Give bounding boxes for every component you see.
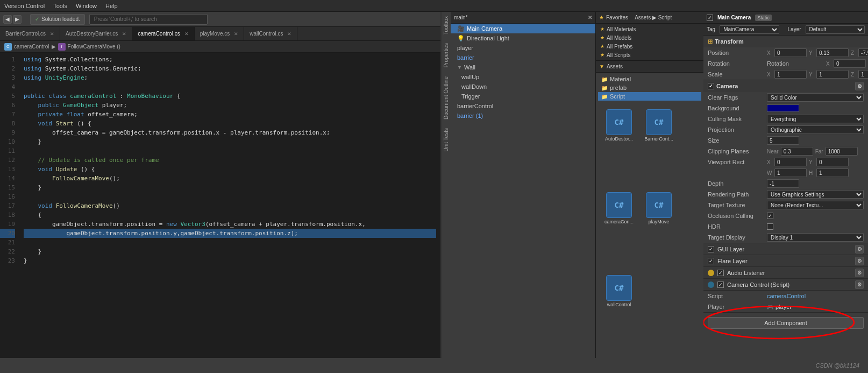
tab-autodestory[interactable]: AutoDestoryBarrier.cs ✕ bbox=[60, 27, 132, 41]
asset-folder-script[interactable]: 📁 Script bbox=[598, 92, 701, 101]
camera-header[interactable]: Camera ⚙ bbox=[703, 80, 868, 92]
tab-barriercontrol[interactable]: BarrierControl.cs ✕ bbox=[0, 27, 60, 41]
menu-version-control[interactable]: Version Control bbox=[4, 3, 45, 9]
occlusion-culling-checkbox[interactable] bbox=[767, 213, 773, 219]
gui-layer-header[interactable]: GUI Layer ⚙ bbox=[703, 243, 868, 255]
asset-wallcontrol[interactable]: C# wallControl bbox=[600, 273, 638, 354]
tab-wallcontrol[interactable]: wallControl.cs ✕ bbox=[244, 27, 297, 41]
layer-select[interactable]: Default bbox=[806, 25, 865, 34]
scale-z-input[interactable] bbox=[858, 70, 868, 79]
audio-listener-settings[interactable]: ⚙ bbox=[855, 269, 864, 277]
vp-x-input[interactable] bbox=[774, 158, 807, 166]
asset-folder-material[interactable]: 📁 Material bbox=[598, 75, 701, 83]
hdr-row: HDR bbox=[703, 221, 868, 232]
pos-x-input[interactable] bbox=[774, 48, 807, 57]
hdr-value bbox=[767, 223, 864, 230]
unit-tests-tab[interactable]: Unit Tests bbox=[443, 124, 449, 156]
flare-layer-checkbox[interactable] bbox=[708, 258, 714, 264]
flare-layer-settings[interactable]: ⚙ bbox=[855, 257, 864, 265]
size-input[interactable] bbox=[767, 136, 799, 145]
near-input[interactable] bbox=[781, 147, 813, 156]
tab-cameracontrol[interactable]: cameraControl.cs ✕ bbox=[132, 27, 194, 41]
menu-tools[interactable]: Tools bbox=[53, 3, 67, 9]
culling-mask-row: Culling Mask Everything bbox=[703, 114, 868, 124]
camera-enabled-checkbox[interactable] bbox=[708, 83, 714, 89]
hierarchy-item-directionallight[interactable]: 💡 Directional Light bbox=[451, 33, 595, 43]
hierarchy-item-barrier1[interactable]: barrier (1) bbox=[451, 111, 595, 121]
asset-barriercont[interactable]: C# BarrierCont... bbox=[640, 107, 678, 188]
target-texture-select[interactable]: None (Render Textu... bbox=[767, 201, 864, 209]
nav-back[interactable]: ◀ bbox=[3, 15, 12, 24]
hierarchy-item-trigger[interactable]: Trigger bbox=[451, 92, 595, 101]
target-display-select[interactable]: Display 1 bbox=[767, 233, 864, 242]
tab-close-wallcontrol[interactable]: ✕ bbox=[287, 31, 291, 37]
hierarchy-item-wallup[interactable]: wallUp bbox=[451, 72, 595, 82]
checkbox-active[interactable] bbox=[707, 15, 713, 21]
hierarchy-item-barriercontrol[interactable]: barrierControl bbox=[451, 101, 595, 111]
asset-playmove[interactable]: C# playMove bbox=[640, 190, 678, 271]
vp-h-input[interactable] bbox=[816, 168, 849, 177]
camera-control-header[interactable]: Camera Control (Script) ⚙ bbox=[703, 279, 868, 291]
flare-layer-header[interactable]: Flare Layer ⚙ bbox=[703, 255, 868, 267]
tab-close-cameracontrol[interactable]: ✕ bbox=[184, 31, 189, 37]
culling-mask-value: Everything bbox=[767, 115, 864, 123]
add-component-button[interactable]: Add Component bbox=[708, 317, 864, 329]
depth-input[interactable] bbox=[767, 179, 799, 188]
hierarchy-close[interactable]: ✕ bbox=[588, 15, 592, 20]
scale-y-input[interactable] bbox=[816, 70, 849, 79]
hdr-checkbox[interactable] bbox=[767, 223, 773, 230]
tab-playmove[interactable]: playMove.cs ✕ bbox=[195, 27, 245, 41]
toolbox-tab[interactable]: Toolbox bbox=[443, 12, 449, 39]
hierarchy-item-player[interactable]: player bbox=[451, 43, 595, 53]
gui-layer-settings[interactable]: ⚙ bbox=[855, 245, 864, 254]
nav-forward[interactable]: ▶ bbox=[13, 15, 22, 24]
camera-control-settings[interactable]: ⚙ bbox=[855, 280, 864, 289]
code-content[interactable]: using System.Collections; using System.C… bbox=[19, 53, 440, 358]
pos-y-input[interactable] bbox=[816, 48, 849, 57]
vp-y-input[interactable] bbox=[816, 158, 849, 166]
clear-flags-select[interactable]: Solid Color bbox=[767, 93, 864, 102]
pos-z-input[interactable] bbox=[858, 48, 868, 57]
scale-x-input[interactable] bbox=[774, 70, 807, 79]
asset-folder-prefab[interactable]: 📁 prefab bbox=[598, 83, 701, 92]
menu-help[interactable]: Help bbox=[105, 3, 118, 9]
menu-window[interactable]: Window bbox=[76, 3, 97, 9]
hierarchy-item-walldown[interactable]: wallDown bbox=[451, 82, 595, 92]
search-input[interactable] bbox=[89, 14, 208, 25]
audio-listener-header[interactable]: Audio Listener ⚙ bbox=[703, 267, 868, 279]
far-input[interactable] bbox=[826, 147, 858, 156]
asset-cameracontrol[interactable]: C# cameraCon... bbox=[600, 190, 638, 271]
target-texture-row: Target Texture None (Render Textu... bbox=[703, 200, 868, 210]
tab-close-playmove[interactable]: ✕ bbox=[234, 31, 238, 37]
transform-header[interactable]: ⊞ Transform bbox=[703, 36, 868, 47]
asset-autodestory[interactable]: C# AutoDestor... bbox=[600, 107, 638, 188]
properties-tab[interactable]: Properties bbox=[443, 39, 449, 72]
projection-select[interactable]: Orthographic bbox=[767, 125, 864, 134]
doc-outline-tab[interactable]: Document Outline bbox=[443, 72, 449, 124]
inspector-panel: Main Camera Static Tag MainCamera Layer … bbox=[703, 12, 868, 358]
rendering-path-select[interactable]: Use Graphics Settings bbox=[767, 190, 864, 199]
fav-all-prefabs[interactable]: ★ All Prefabs bbox=[598, 42, 701, 51]
rendering-path-row: Rendering Path Use Graphics Settings bbox=[703, 189, 868, 200]
y-label: Y bbox=[809, 50, 814, 56]
rot-x-input[interactable] bbox=[834, 59, 866, 68]
background-color-picker[interactable] bbox=[767, 104, 799, 112]
camera-settings-btn[interactable]: ⚙ bbox=[855, 82, 864, 90]
tab-close-autodestory[interactable]: ✕ bbox=[122, 31, 126, 37]
culling-mask-select[interactable]: Everything bbox=[767, 115, 864, 123]
hierarchy-item-wall[interactable]: ▼ Wall bbox=[451, 62, 595, 72]
audio-listener-checkbox[interactable] bbox=[717, 270, 724, 276]
gui-layer-checkbox[interactable] bbox=[708, 246, 714, 252]
hierarchy-item-barrier[interactable]: barrier bbox=[451, 53, 595, 62]
camera-control-checkbox[interactable] bbox=[717, 281, 724, 288]
hierarchy-item-maincamera[interactable]: 🎥 Main Camera bbox=[451, 24, 595, 33]
fav-all-models[interactable]: ★ All Models bbox=[598, 33, 701, 42]
tag-select[interactable]: MainCamera bbox=[720, 25, 779, 34]
fav-all-scripts[interactable]: ★ All Scripts bbox=[598, 51, 701, 59]
background-row: Background bbox=[703, 103, 868, 114]
code-area[interactable]: 12345 678910 1112131415 1617181920 21222… bbox=[0, 53, 440, 358]
tab-close-barriercontrol[interactable]: ✕ bbox=[50, 31, 54, 37]
occlusion-culling-row: Occlusion Culling bbox=[703, 210, 868, 221]
vp-w-input[interactable] bbox=[774, 168, 807, 177]
fav-all-materials[interactable]: ★ All Materials bbox=[598, 25, 701, 33]
